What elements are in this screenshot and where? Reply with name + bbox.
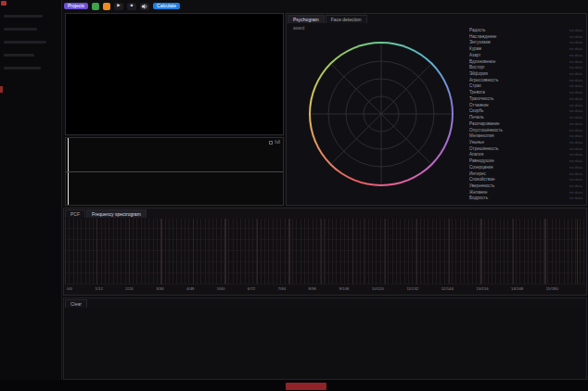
- emotion-name: Отрешённость: [469, 146, 498, 151]
- stop-icon: ■: [131, 4, 134, 8]
- emotion-value: no data: [569, 103, 582, 107]
- emotion-name: Тревога: [469, 90, 485, 95]
- emotion-row: Вдохновение no data: [469, 59, 582, 66]
- tab-psychogram[interactable]: Psychogram: [288, 15, 325, 23]
- emotion-row: Желание no data: [469, 190, 582, 196]
- emotion-name: Печаль: [469, 115, 484, 120]
- bottom-bar: [0, 380, 588, 391]
- emotion-row: Скорбь no data: [469, 108, 582, 115]
- emotion-value: no data: [569, 196, 582, 200]
- project-sidebar: [0, 0, 62, 380]
- tab-frequency-spectrogram[interactable]: Frequency spectrogram: [86, 209, 147, 218]
- time-tick-label: 6/72: [248, 286, 255, 291]
- emotion-value: no data: [569, 128, 582, 132]
- taskbar-alert-icon[interactable]: [286, 383, 326, 390]
- tab-face-detection[interactable]: Face detection: [326, 15, 367, 23]
- emotion-row: Радость no data: [469, 28, 582, 34]
- emotion-name: Желание: [469, 190, 487, 195]
- emotion-row: Наслаждение no data: [469, 34, 582, 41]
- emotion-value: no data: [569, 121, 582, 126]
- clear-button[interactable]: Clear: [65, 299, 87, 308]
- emotion-name: Бодрость: [469, 196, 488, 200]
- psychogram-tabs: Psychogram Face detection: [287, 14, 586, 23]
- emotion-name: Меланхолия: [469, 133, 494, 138]
- time-tick-label: 5/60: [217, 286, 224, 291]
- time-tick-label: 4/48: [186, 286, 194, 291]
- projects-button[interactable]: Projects: [64, 3, 88, 9]
- emotion-name: Восторг: [469, 65, 485, 69]
- emotion-name: Равнодушие: [469, 158, 494, 163]
- emotion-value: no data: [569, 158, 582, 163]
- emotion-name: Наслаждение: [469, 34, 496, 39]
- time-tick-label: 8/96: [309, 286, 316, 291]
- emotion-value: no data: [569, 108, 582, 113]
- emotion-row: Апатия no data: [469, 152, 582, 158]
- emotion-name: Унынье: [469, 140, 484, 145]
- emotion-name: Отчаяние: [469, 103, 489, 107]
- emotion-row: Меланхолия no data: [469, 133, 582, 140]
- volume-button[interactable]: [140, 3, 149, 10]
- emotion-list: Радость no data Наслаждение no data Энту…: [469, 28, 582, 202]
- emotion-value: no data: [569, 71, 582, 76]
- play-icon: ▶: [117, 4, 120, 8]
- emotion-name: Трагичность: [469, 96, 493, 101]
- emotion-value: no data: [569, 146, 582, 151]
- emotion-row: Разочарование no data: [469, 121, 582, 128]
- green-tool-button[interactable]: [92, 3, 99, 10]
- emotion-value: no data: [569, 40, 582, 44]
- full-checkbox[interactable]: [269, 141, 273, 145]
- sidebar-item[interactable]: [4, 15, 43, 18]
- emotion-value: no data: [569, 78, 582, 82]
- emotion-value: no data: [569, 140, 582, 145]
- psychogram-chart: [309, 42, 454, 186]
- emotion-value: no data: [569, 115, 582, 120]
- emotion-name: Апатия: [469, 152, 483, 157]
- emotion-name: Спокойствие: [469, 177, 495, 182]
- emotion-name: Вдохновение: [469, 59, 495, 64]
- orange-tool-button[interactable]: [103, 3, 110, 10]
- sidebar-item[interactable]: [4, 28, 37, 31]
- emotion-name: Уверенность: [469, 183, 494, 188]
- emotion-value: no data: [569, 165, 582, 170]
- toolbar: Projects ▶ ■ Calculate: [64, 1, 180, 11]
- sidebar-item[interactable]: [4, 54, 34, 57]
- emotion-row: Унынье no data: [469, 140, 582, 146]
- time-tick-label: 12/144: [441, 286, 454, 291]
- emotion-name: Радость: [469, 28, 486, 32]
- emotion-name: Интерес: [469, 171, 486, 176]
- full-toggle[interactable]: full: [269, 140, 280, 145]
- emotion-row: Агрессивность no data: [469, 78, 582, 84]
- emotion-value: no data: [569, 59, 582, 64]
- emotion-row: Трагичность no data: [469, 96, 582, 103]
- time-tick-label: 14/168: [511, 286, 523, 291]
- time-tick-label: 11/132: [406, 286, 418, 291]
- time-tick-label: 10/120: [372, 286, 384, 291]
- sidebar-item[interactable]: [4, 67, 41, 69]
- spectrogram-tabs: PCF Frequency spectrogram: [64, 208, 586, 218]
- emotion-value: no data: [569, 96, 582, 101]
- log-output: [65, 309, 585, 378]
- emotion-value: no data: [569, 34, 582, 39]
- tab-pcf[interactable]: PCF: [65, 209, 85, 218]
- stop-button[interactable]: ■: [127, 3, 136, 10]
- spectrogram-plot: [65, 219, 585, 284]
- emotion-value: no data: [569, 133, 582, 138]
- emotion-row: Созерцание no data: [469, 165, 582, 171]
- play-button[interactable]: ▶: [114, 3, 123, 10]
- emotion-value: no data: [569, 90, 582, 95]
- log-panel: Clear: [63, 297, 587, 380]
- emotion-row: Уверенность no data: [469, 183, 582, 190]
- polar-grid: [309, 42, 454, 186]
- sidebar-marker-icon: [0, 86, 3, 93]
- emotion-name: Разочарование: [469, 121, 500, 126]
- video-preview: [65, 13, 284, 135]
- chart-corner-label: award: [293, 26, 304, 31]
- calculate-button[interactable]: Calculate: [153, 3, 180, 9]
- emotion-name: Созерцание: [469, 165, 493, 170]
- emotion-name: Эйфория: [469, 71, 488, 76]
- time-tick-label: 0/0: [67, 286, 72, 291]
- waveform-panel[interactable]: full: [65, 137, 284, 206]
- waveform-zero-line: [66, 171, 283, 172]
- sidebar-item[interactable]: [4, 41, 46, 44]
- emotion-name: Страх: [469, 83, 481, 88]
